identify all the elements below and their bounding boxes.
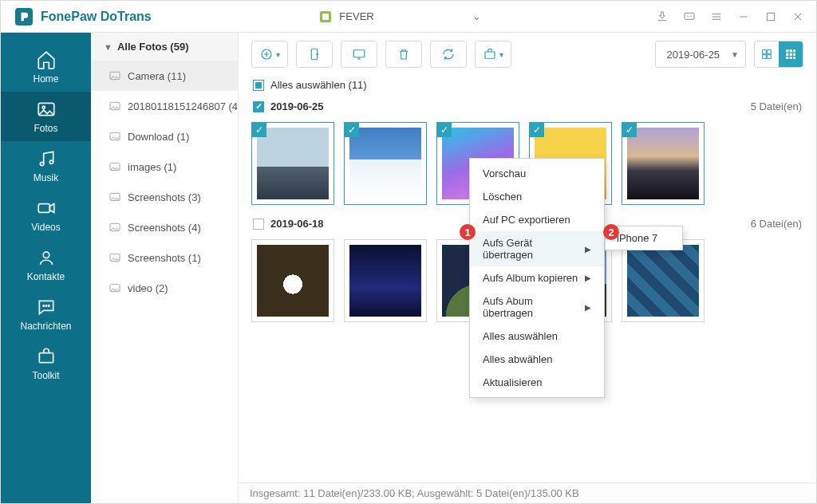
folder-label: 20180118151246807 (4) [128, 100, 238, 112]
delete-button[interactable] [385, 41, 422, 68]
view-small-grid[interactable] [779, 41, 803, 67]
nav-home[interactable]: Home [1, 42, 91, 92]
nav-kontakte[interactable]: Kontakte [1, 240, 91, 289]
menu-icon[interactable] [705, 5, 728, 29]
menu-export-pc[interactable]: Auf PC exportieren [470, 208, 604, 231]
svg-point-6 [42, 106, 45, 108]
chevron-down-icon: ▼ [731, 50, 739, 59]
device-selector[interactable]: FEVER ⌄ [309, 6, 492, 28]
svg-rect-29 [763, 55, 767, 59]
menu-label: iPhone 7 [617, 232, 657, 244]
checkbox-indeterminate[interactable] [253, 80, 264, 91]
folder-screenshots-3[interactable]: Screenshots (3) [91, 182, 238, 212]
folder-icon [109, 221, 121, 234]
photo-thumb[interactable]: ✓ [251, 122, 334, 205]
annotation-1: 1 [460, 224, 476, 240]
messages-icon [36, 297, 57, 317]
menu-loeschen[interactable]: Löschen [470, 185, 604, 208]
folder-video[interactable]: video (2) [91, 273, 238, 303]
menu-copy-album[interactable]: Aufs Album kopieren▶ [470, 266, 604, 289]
nav-fotos[interactable]: Fotos [1, 92, 91, 141]
svg-point-12 [45, 305, 46, 306]
svg-rect-31 [786, 49, 788, 52]
photo-thumb[interactable]: ✓ [344, 122, 427, 205]
group-header[interactable]: 2019-06-25 5 Datei(en) [251, 97, 803, 116]
message-icon[interactable] [677, 5, 701, 29]
svg-rect-9 [38, 204, 49, 213]
maximize-button[interactable] [759, 5, 783, 29]
menu-select-all[interactable]: Alles auswählen [470, 325, 604, 348]
folder-screenshots-1[interactable]: Screenshots (1) [91, 242, 238, 273]
photo-thumb[interactable] [344, 239, 427, 322]
folder-icon [109, 160, 121, 173]
export-to-device-button[interactable] [296, 41, 333, 68]
toolbox-button[interactable]: ▾ [475, 41, 511, 68]
nav-label: Toolkit [32, 370, 59, 381]
chevron-down-icon: ▾ [499, 50, 503, 59]
checkbox-unchecked[interactable] [253, 219, 264, 230]
nav-label: Fotos [34, 123, 57, 134]
close-button[interactable] [786, 5, 810, 29]
status-bar: Insgesamt: 11 Datei(en)/233.00 KB; Ausge… [239, 482, 816, 503]
photo-thumb[interactable] [251, 239, 334, 322]
folder-icon [109, 130, 121, 143]
photo-image [349, 245, 421, 317]
menu-label: Aufs Abum übertragen [483, 295, 585, 319]
nav-label: Kontakte [27, 271, 65, 282]
refresh-button[interactable] [430, 41, 467, 68]
folder-icon [109, 251, 121, 264]
folder-icon [109, 69, 121, 82]
check-icon: ✓ [345, 123, 359, 137]
nav-videos[interactable]: Videos [1, 191, 91, 240]
menu-move-album[interactable]: Aufs Abum übertragen▶ [470, 289, 604, 325]
folder-screenshots-4[interactable]: Screenshots (4) [91, 212, 238, 242]
menu-label: Auf PC exportieren [483, 214, 570, 226]
svg-rect-36 [793, 53, 795, 56]
photos-icon [36, 99, 57, 120]
svg-point-13 [48, 305, 49, 306]
folder-images[interactable]: images (1) [91, 152, 238, 182]
menu-label: Löschen [483, 191, 522, 203]
menu-export-device[interactable]: Aufs Gerät übertragen▶ [470, 231, 604, 266]
date-filter[interactable]: 2019-06-25 ▼ [655, 41, 746, 68]
side-nav: Home Fotos Musik Videos Kontakte Nachric… [1, 33, 91, 503]
chevron-down-icon: ▾ [276, 50, 280, 59]
menu-vorschau[interactable]: Vorschau [470, 162, 604, 185]
view-large-grid[interactable] [755, 41, 779, 67]
menu-deselect-all[interactable]: Alles abwählen [470, 348, 604, 371]
nav-toolkit[interactable]: Toolkit [1, 339, 91, 388]
folder-timestamp[interactable]: 20180118151246807 (4) [91, 91, 238, 121]
svg-point-3 [691, 16, 692, 17]
menu-label: Alles abwählen [483, 353, 552, 365]
nav-nachrichten[interactable]: Nachrichten [1, 289, 91, 339]
folder-label: images (1) [128, 161, 176, 173]
folder-camera[interactable]: Camera (11) [91, 61, 238, 91]
photo-image [627, 128, 699, 199]
menu-label: Aufs Gerät übertragen [483, 237, 585, 261]
svg-rect-37 [786, 57, 788, 59]
folder-header[interactable]: ▼ Alle Fotos (59) [91, 33, 238, 61]
photo-image [349, 128, 421, 199]
minimize-button[interactable] [732, 5, 756, 29]
folder-download[interactable]: Download (1) [91, 121, 238, 152]
checkbox-checked[interactable] [253, 101, 264, 112]
folder-icon [109, 191, 121, 203]
nav-musik[interactable]: Musik [1, 141, 91, 191]
home-icon [36, 49, 57, 70]
select-all-row[interactable]: Alles auswählen (11) [251, 76, 803, 97]
chevron-right-icon: ▶ [585, 274, 591, 282]
photo-thumb[interactable] [622, 239, 705, 322]
add-button[interactable]: ▾ [251, 41, 288, 68]
svg-rect-38 [790, 57, 792, 59]
music-icon [36, 148, 57, 169]
svg-point-1 [687, 16, 688, 17]
photo-thumb[interactable]: ✓ [622, 122, 705, 205]
toolkit-icon [36, 346, 57, 367]
feedback-icon[interactable] [650, 5, 674, 29]
menu-label: Vorschau [483, 167, 526, 179]
svg-rect-32 [790, 49, 792, 52]
menu-refresh[interactable]: Aktualisieren [470, 371, 604, 394]
view-toggle [754, 41, 803, 68]
photo-image [627, 245, 699, 317]
export-to-pc-button[interactable] [341, 41, 377, 68]
